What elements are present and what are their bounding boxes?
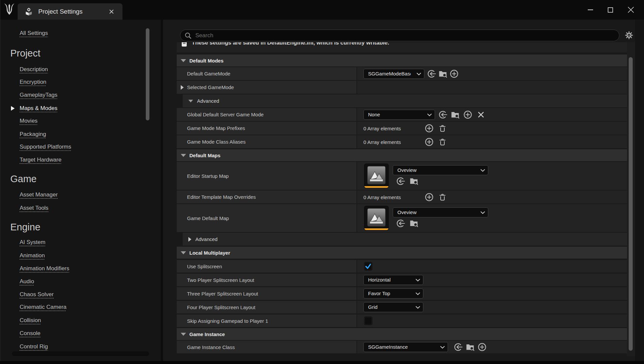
use-selected-asset-icon[interactable] (396, 219, 405, 228)
nav-item-asset-manager[interactable]: Asset Manager (20, 191, 58, 198)
map-asset-thumbnail[interactable] (364, 206, 389, 230)
nav-item-asset-tools[interactable]: Asset Tools (20, 204, 49, 212)
nav-item-animation-modifiers[interactable]: Animation Modifiers (20, 265, 69, 272)
tab-close-icon[interactable] (109, 9, 114, 14)
selected-item-arrow-icon (11, 106, 15, 111)
sidebar-horizontal-scrollbar[interactable] (12, 351, 149, 356)
nav-all-settings[interactable]: All Settings (20, 30, 48, 37)
collapse-arrow-icon (181, 251, 186, 254)
use-selected-asset-icon[interactable] (427, 69, 436, 78)
add-new-asset-icon[interactable] (478, 343, 487, 352)
expand-arrow-icon[interactable] (181, 85, 184, 90)
chevron-down-icon (481, 211, 485, 214)
empty-array-trash-icon[interactable] (438, 193, 447, 201)
section-header-local-multiplayer[interactable]: Local Multiplayer (177, 247, 627, 259)
two-player-layout-dropdown[interactable]: Horizontal (363, 275, 423, 285)
section-header-default-modes[interactable]: Default Modes (177, 55, 627, 66)
main-vertical-scrollbar[interactable] (629, 57, 633, 351)
use-selected-asset-icon[interactable] (438, 110, 448, 119)
nav-item-gameplaytags[interactable]: GameplayTags (20, 91, 57, 99)
section-header-game-instance[interactable]: Game Instance (177, 328, 627, 340)
window-minimize-button[interactable] (582, 0, 599, 20)
nav-item-description[interactable]: Description (20, 66, 48, 73)
section-header-default-maps[interactable]: Default Maps (177, 149, 627, 161)
nav-item-target-hardware[interactable]: Target Hardware (20, 156, 62, 164)
nav-item-collision[interactable]: Collision (20, 317, 41, 324)
map-thumbnail-icon (367, 166, 386, 184)
writable-notice-text: These settings are saved in DefaultEngin… (192, 42, 389, 47)
editor-startup-map-dropdown[interactable]: Oveview (393, 165, 488, 175)
use-selected-asset-icon[interactable] (454, 342, 463, 352)
game-instance-class-dropdown[interactable]: SGGameInstance (363, 342, 448, 352)
collapse-arrow-icon (188, 100, 193, 102)
property-label: Editor Startup Map (187, 173, 229, 179)
property-label: Skip Assigning Gamepad to Player 1 (187, 318, 268, 324)
browse-to-asset-icon[interactable] (466, 343, 475, 352)
row-advanced-expanded[interactable]: Advanced (183, 94, 627, 107)
nav-item-supported-platforms[interactable]: Supported Platforms (20, 143, 71, 151)
nav-item-control-rig[interactable]: Control Rig (20, 343, 48, 350)
window-maximize-button[interactable] (602, 0, 619, 20)
map-asset-thumbnail[interactable] (364, 164, 389, 188)
four-player-layout-dropdown[interactable]: Grid (363, 302, 423, 312)
browse-to-asset-icon[interactable] (438, 69, 447, 78)
add-element-icon[interactable] (425, 124, 434, 133)
settings-scroll-area: These settings are saved in DefaultEngin… (177, 42, 627, 356)
browse-to-asset-icon[interactable] (409, 219, 418, 228)
browse-to-asset-icon[interactable] (451, 110, 460, 119)
property-label: Use Splitscreen (187, 264, 222, 269)
asset-type-color-bar (364, 228, 388, 230)
nav-item-maps-and-modes[interactable]: Maps & Modes (20, 105, 57, 112)
row-default-gamemode: Default GameMode SGGameModeBase (177, 67, 627, 80)
global-server-gamemode-dropdown[interactable]: None (363, 110, 435, 120)
nav-item-chaos-solver[interactable]: Chaos Solver (20, 291, 54, 298)
search-input[interactable] (195, 32, 619, 39)
row-game-default-map: Game Default Map Oveview (177, 204, 627, 232)
nav-item-movies[interactable]: Movies (20, 117, 38, 125)
array-count-text: 0 Array elements (363, 139, 401, 145)
nav-item-packaging[interactable]: Packaging (20, 131, 46, 138)
tab-title: Project Settings (38, 8, 83, 15)
game-default-map-dropdown[interactable]: Oveview (393, 207, 488, 217)
row-advanced-collapsed[interactable]: Advanced (183, 233, 627, 246)
property-label: Global Default Server Game Mode (187, 112, 264, 117)
default-gamemode-dropdown[interactable]: SGGameModeBase (363, 69, 424, 79)
skip-gamepad-checkbox[interactable] (364, 317, 372, 325)
collapse-arrow-icon (181, 154, 186, 157)
property-label: Game Instance Class (187, 344, 235, 350)
nav-item-animation[interactable]: Animation (20, 252, 45, 259)
three-player-layout-dropdown[interactable]: Favor Top (363, 289, 423, 299)
map-thumbnail-icon (367, 208, 386, 227)
array-count-text: 0 Array elements (363, 125, 401, 131)
sidebar-vertical-scrollbar[interactable] (146, 28, 149, 120)
window-bottom-edge (0, 361, 644, 364)
nav-heading-project: Project (10, 48, 40, 59)
use-splitscreen-checkbox[interactable] (364, 262, 372, 271)
empty-array-trash-icon[interactable] (438, 138, 447, 146)
add-new-asset-icon[interactable] (463, 110, 472, 119)
row-editor-template-map-overrides: Editor Template Map Overrides 0 Array el… (177, 190, 627, 203)
nav-item-encryption[interactable]: Encryption (20, 78, 46, 86)
add-element-icon[interactable] (425, 137, 434, 146)
nav-item-console[interactable]: Console (20, 330, 40, 337)
empty-array-trash-icon[interactable] (438, 124, 447, 132)
property-label: Editor Template Map Overrides (187, 194, 256, 200)
add-element-icon[interactable] (425, 192, 434, 201)
nav-heading-engine: Engine (10, 221, 40, 233)
browse-to-asset-icon[interactable] (409, 177, 418, 185)
nav-heading-game: Game (10, 173, 37, 184)
nav-item-audio[interactable]: Audio (20, 278, 34, 285)
clear-value-icon[interactable] (477, 111, 485, 119)
search-bar[interactable] (180, 30, 619, 41)
asset-type-color-bar (364, 186, 388, 188)
settings-main-panel: These settings are saved in DefaultEngin… (161, 20, 644, 364)
array-count-text: 0 Array elements (363, 194, 401, 200)
add-new-asset-icon[interactable] (450, 69, 459, 78)
chevron-down-icon (427, 114, 432, 116)
tab-project-settings[interactable]: Project Settings (18, 3, 122, 20)
settings-gear-icon[interactable] (625, 31, 633, 40)
use-selected-asset-icon[interactable] (396, 177, 405, 186)
window-close-button[interactable] (622, 0, 639, 20)
nav-item-cinematic-camera[interactable]: Cinematic Camera (20, 303, 67, 311)
nav-item-ai-system[interactable]: AI System (20, 239, 45, 246)
